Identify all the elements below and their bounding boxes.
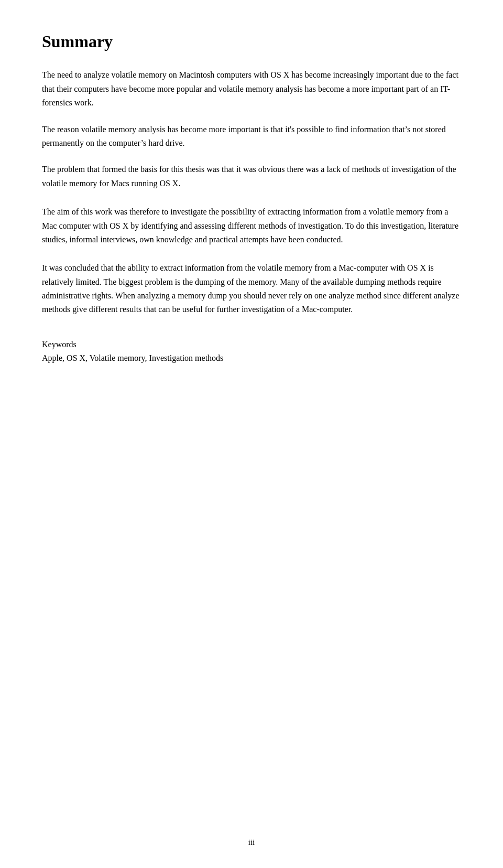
page-title: Summary [42, 31, 461, 51]
keywords-values: Apple, OS X, Volatile memory, Investigat… [42, 351, 461, 365]
page-number: iii [248, 838, 255, 846]
page: Summary The need to analyze volatile mem… [0, 0, 503, 868]
page-footer: iii [0, 838, 503, 847]
keywords-section: Keywords Apple, OS X, Volatile memory, I… [42, 338, 461, 366]
paragraph-2: The reason volatile memory analysis has … [42, 123, 461, 151]
paragraph-3: The problem that formed the basis for th… [42, 163, 461, 190]
keywords-label: Keywords [42, 338, 461, 351]
paragraph-1: The need to analyze volatile memory on M… [42, 68, 461, 110]
paragraph-4: The aim of this work was therefore to in… [42, 205, 461, 247]
paragraph-5: It was concluded that the ability to ext… [42, 261, 461, 317]
